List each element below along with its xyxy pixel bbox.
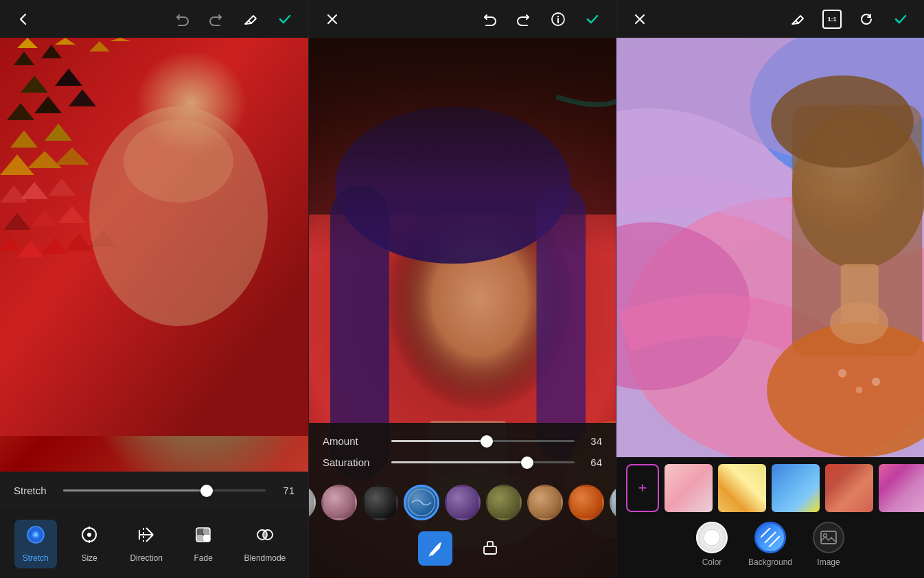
undo-button-2[interactable]: [478, 8, 500, 30]
stretch-thumb[interactable]: [200, 485, 213, 497]
svg-marker-13: [0, 185, 27, 203]
back-button[interactable]: [12, 8, 34, 30]
refresh-button[interactable]: [855, 8, 877, 30]
bg-mode-icon: [754, 522, 786, 553]
tool-size[interactable]: Size: [71, 520, 107, 568]
ratio-button[interactable]: 1:1: [821, 8, 843, 30]
blendmode-icon: [255, 525, 275, 549]
fade-tool-label: Fade: [194, 553, 213, 563]
saturation-slider-row: Saturation 64: [323, 456, 602, 468]
tool-direction[interactable]: Direction: [122, 520, 170, 568]
panel-3: 1:1: [616, 0, 924, 578]
saturation-track[interactable]: [391, 461, 575, 463]
add-background-button[interactable]: +: [626, 464, 659, 512]
swatch-tan[interactable]: [527, 485, 563, 520]
swatch-silver2[interactable]: [610, 485, 617, 520]
mode-tabs: Color Background: [616, 512, 924, 571]
redo-button-2[interactable]: [513, 8, 535, 30]
svg-marker-26: [41, 237, 69, 254]
swatch-mauve[interactable]: [321, 485, 357, 520]
swatch-purple[interactable]: [445, 485, 481, 520]
svg-point-74: [838, 369, 846, 378]
top-bar-3: 1:1: [616, 0, 924, 38]
thumbnail-5[interactable]: [879, 464, 924, 512]
redo-button[interactable]: [205, 8, 227, 30]
tab-image[interactable]: Image: [813, 522, 844, 567]
svg-marker-16: [76, 175, 103, 192]
svg-marker-2: [41, 45, 62, 58]
color-mode-label: Color: [702, 557, 722, 567]
swatch-silver[interactable]: [308, 485, 316, 520]
canvas-1[interactable]: [0, 38, 308, 472]
confirm-button-2[interactable]: [581, 8, 603, 30]
svg-point-51: [557, 15, 559, 16]
svg-rect-53: [309, 38, 616, 215]
tool-stretch[interactable]: Stretch: [14, 520, 57, 568]
svg-rect-83: [821, 531, 836, 544]
svg-point-75: [856, 386, 863, 393]
stretch-track[interactable]: [63, 489, 266, 492]
bottom-toolbar-1: Stretch Size: [0, 509, 308, 578]
svg-point-78: [704, 529, 720, 546]
swatch-blue-teal[interactable]: [404, 485, 439, 520]
svg-marker-21: [55, 38, 76, 45]
amount-track[interactable]: [391, 440, 575, 442]
size-tool-label: Size: [81, 553, 97, 563]
amount-fill: [391, 440, 487, 442]
undo-button[interactable]: [171, 8, 193, 30]
amount-value: 34: [581, 435, 602, 447]
svg-point-30: [124, 120, 233, 203]
toolbar-icons-2: [478, 8, 603, 30]
ratio-label: 1:1: [822, 10, 842, 29]
tool-fade[interactable]: Fade: [185, 520, 221, 568]
svg-line-39: [146, 528, 153, 535]
amount-slider-row: Amount 34: [323, 435, 602, 447]
stretch-value: 71: [274, 485, 294, 496]
info-button[interactable]: [547, 8, 569, 30]
svg-marker-11: [27, 151, 62, 168]
svg-marker-18: [31, 209, 58, 227]
svg-marker-14: [21, 182, 48, 199]
stretch-bar: Stretch 71: [0, 472, 308, 509]
stretch-label: Stretch: [14, 485, 55, 496]
panel-2: Amount 34 Saturation 64: [308, 0, 616, 578]
swatch-olive[interactable]: [486, 485, 522, 520]
toolbar-icons: [171, 8, 296, 30]
close-button-2[interactable]: [321, 8, 343, 30]
svg-marker-23: [110, 38, 130, 41]
erase-button[interactable]: [240, 8, 262, 30]
swatch-orange[interactable]: [568, 485, 604, 520]
svg-marker-24: [0, 237, 21, 251]
confirm-button-3[interactable]: [890, 8, 912, 30]
confirm-button[interactable]: [274, 8, 296, 30]
paint-brush-tool[interactable]: [418, 531, 452, 566]
svg-rect-45: [203, 528, 210, 535]
canvas-3[interactable]: [616, 38, 924, 457]
thumbnail-2[interactable]: [718, 464, 766, 512]
image-area-3: [616, 38, 924, 457]
tool-blendmode[interactable]: Blendmode: [236, 520, 294, 568]
add-icon: +: [638, 479, 647, 497]
saturation-thumb[interactable]: [521, 456, 533, 469]
erase-button-3[interactable]: [787, 8, 809, 30]
top-bar-1: [0, 0, 308, 38]
svg-marker-28: [89, 230, 117, 247]
svg-marker-19: [58, 206, 86, 223]
svg-point-35: [87, 533, 91, 537]
close-button-3[interactable]: [629, 8, 651, 30]
svg-rect-62: [484, 546, 496, 554]
tab-color[interactable]: Color: [696, 522, 728, 567]
amount-thumb[interactable]: [481, 435, 493, 448]
svg-marker-5: [7, 103, 34, 120]
stretch-fill: [63, 489, 207, 492]
eraser-tool[interactable]: [473, 531, 507, 566]
thumbnail-3[interactable]: [772, 464, 820, 512]
svg-rect-47: [203, 535, 210, 542]
thumbnail-4[interactable]: [825, 464, 873, 512]
svg-marker-4: [55, 69, 82, 86]
swatch-black[interactable]: [362, 485, 398, 520]
tab-background[interactable]: Background: [748, 522, 792, 567]
saturation-label: Saturation: [323, 456, 384, 468]
svg-marker-10: [0, 154, 34, 175]
thumbnail-1[interactable]: [665, 464, 713, 512]
